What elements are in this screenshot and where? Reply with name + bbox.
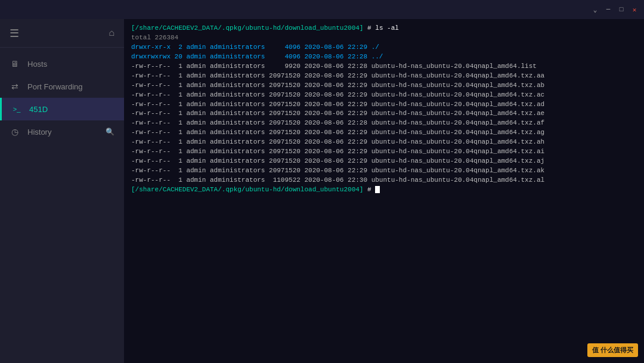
sidebar-label-451d: 451D: [29, 105, 114, 114]
home-icon[interactable]: ⌂: [109, 28, 114, 39]
sidebar-label-port-forwarding: Port Forwarding: [27, 82, 114, 91]
main-area: ☰ ⌂ 🖥 Hosts ⇄ Port Forwarding >_ 451D ◷ …: [0, 19, 644, 363]
sidebar-label-history: History: [27, 128, 98, 136]
sidebar-item-451d[interactable]: >_ 451D: [0, 98, 124, 120]
chevron-down-icon[interactable]: ⌄: [590, 5, 600, 14]
terminal-area: [/share/CACHEDEV2_DATA/.qpkg/ubuntu-hd/d…: [124, 19, 644, 363]
sidebar-item-hosts[interactable]: 🖥 Hosts: [0, 52, 124, 75]
window-controls: ⌄ ─ □ ✕: [590, 5, 639, 14]
maximize-button[interactable]: □: [617, 5, 626, 14]
terminal-output[interactable]: [/share/CACHEDEV2_DATA/.qpkg/ubuntu-hd/d…: [124, 19, 644, 363]
search-icon[interactable]: 🔍: [106, 128, 114, 136]
sidebar-nav: 🖥 Hosts ⇄ Port Forwarding >_ 451D ◷ Hist…: [0, 48, 124, 363]
history-icon: ◷: [10, 126, 20, 137]
port-forwarding-icon: ⇄: [10, 81, 20, 92]
sidebar-item-port-forwarding[interactable]: ⇄ Port Forwarding: [0, 75, 124, 98]
watermark: 值 什么值得买: [587, 343, 638, 357]
hosts-icon: 🖥: [10, 58, 20, 69]
sidebar: ☰ ⌂ 🖥 Hosts ⇄ Port Forwarding >_ 451D ◷ …: [0, 19, 124, 363]
terminal-icon: >_: [11, 104, 22, 114]
sidebar-label-hosts: Hosts: [27, 60, 114, 69]
sidebar-item-history[interactable]: ◷ History 🔍: [0, 120, 124, 143]
hamburger-icon[interactable]: ☰: [10, 27, 19, 40]
title-bar: ⌄ ─ □ ✕: [0, 0, 644, 19]
minimize-button[interactable]: ─: [603, 5, 613, 14]
close-button[interactable]: ✕: [630, 5, 639, 14]
sidebar-header: ☰ ⌂: [0, 19, 124, 48]
watermark-icon: 值: [592, 346, 599, 353]
watermark-text: 什么值得买: [600, 346, 633, 353]
